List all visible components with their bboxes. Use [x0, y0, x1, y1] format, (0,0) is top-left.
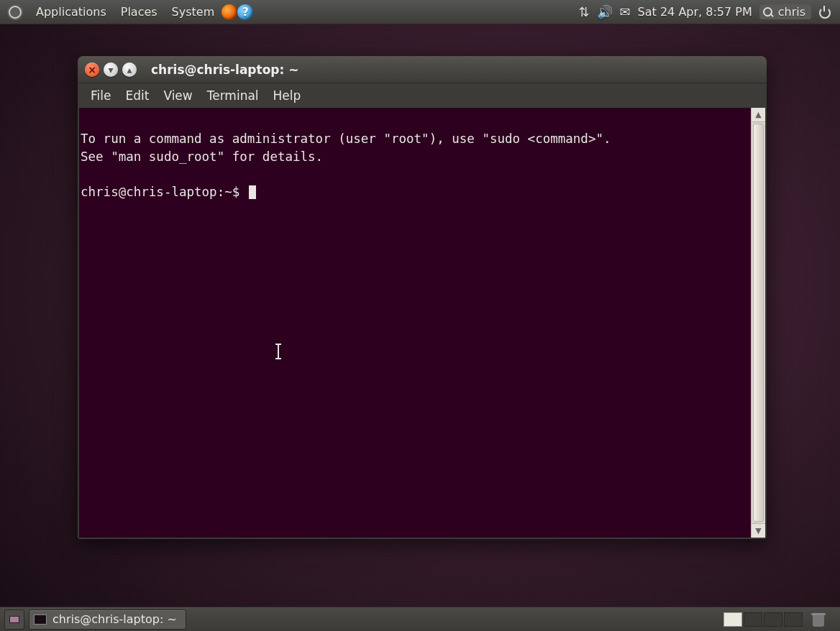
window-titlebar[interactable]: × ▾ ▴ chris@chris-laptop: ~	[78, 56, 767, 83]
network-icon[interactable]: ⇅	[578, 4, 589, 19]
menu-help[interactable]: Help	[266, 86, 309, 106]
firefox-icon[interactable]	[222, 4, 237, 20]
taskbar-entry-terminal[interactable]: chris@chris-laptop: ~	[29, 609, 186, 630]
block-cursor-icon	[249, 185, 256, 199]
scroll-up-button[interactable]: ▲	[752, 108, 765, 122]
trash-icon[interactable]	[810, 611, 827, 628]
clock[interactable]: Sat 24 Apr, 8:57 PM	[638, 5, 752, 19]
mail-icon[interactable]: ✉	[620, 4, 631, 19]
top-panel: Applications Places System ? ⇅ 🔊 ✉ Sat 2…	[0, 0, 840, 24]
motd-line: To run a command as administrator (user …	[81, 132, 611, 146]
workspace-2[interactable]	[744, 612, 762, 627]
places-menu[interactable]: Places	[114, 5, 165, 19]
applications-menu[interactable]: Applications	[29, 5, 114, 19]
menu-view[interactable]: View	[156, 86, 199, 106]
user-menu[interactable]: chris	[759, 4, 811, 19]
power-icon[interactable]	[818, 6, 831, 19]
menu-edit[interactable]: Edit	[118, 86, 156, 106]
text-cursor-icon	[278, 344, 279, 359]
menu-file[interactable]: File	[83, 86, 118, 106]
scroll-down-button[interactable]: ▼	[752, 523, 765, 538]
workspace-switcher[interactable]	[723, 611, 840, 628]
scroll-thumb[interactable]	[753, 124, 764, 522]
workspace-3[interactable]	[764, 612, 782, 627]
workspace-1[interactable]	[723, 612, 742, 627]
search-icon	[762, 6, 774, 18]
terminal-window: × ▾ ▴ chris@chris-laptop: ~ File Edit Vi…	[78, 56, 767, 539]
username-label: chris	[778, 5, 805, 19]
maximize-button[interactable]: ▴	[122, 63, 137, 77]
prompt: chris@chris-laptop:~$	[81, 185, 247, 199]
close-button[interactable]: ×	[85, 63, 99, 77]
taskbar-label: chris@chris-laptop: ~	[52, 612, 177, 626]
show-desktop-button[interactable]	[4, 609, 24, 630]
motd-line: See "man sudo_root" for details.	[81, 149, 323, 164]
minimize-button[interactable]: ▾	[104, 63, 118, 77]
terminal-icon	[34, 614, 47, 625]
window-title: chris@chris-laptop: ~	[151, 63, 298, 77]
ubuntu-logo-icon[interactable]	[7, 4, 23, 20]
help-icon[interactable]: ?	[237, 4, 253, 20]
system-menu[interactable]: System	[165, 5, 222, 19]
window-menubar: File Edit View Terminal Help	[78, 83, 767, 108]
terminal-area[interactable]: To run a command as administrator (user …	[79, 108, 751, 538]
menu-terminal[interactable]: Terminal	[200, 86, 266, 106]
bottom-panel: chris@chris-laptop: ~	[0, 607, 840, 631]
workspace-4[interactable]	[784, 612, 803, 627]
volume-icon[interactable]: 🔊	[597, 4, 613, 19]
scrollbar[interactable]: ▲ ▼	[751, 108, 765, 538]
